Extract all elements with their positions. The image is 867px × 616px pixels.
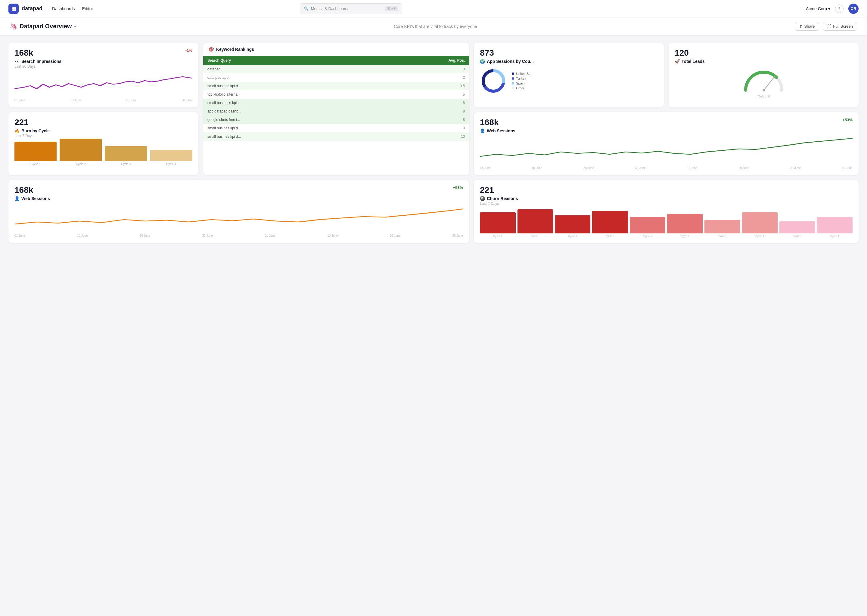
web-sessions-bottom-label: 👤 Web Sessions	[14, 196, 50, 201]
churn-x-label: Cycle 1	[630, 235, 665, 237]
kw-query: app datapad dashb...	[203, 107, 371, 115]
kw-query: top klipfolio alterna...	[203, 90, 371, 99]
search-impressions-label: 👀 Search Impressions	[14, 59, 192, 64]
svg-line-4	[764, 76, 775, 90]
kw-query: small busines kpi d...	[203, 124, 371, 132]
burn-card: 221 🔥 Burn by Cycle Last 7 Days Cycle 1C…	[8, 112, 199, 175]
search-impressions-chart: 01 June 10 June 20 June 30 June	[14, 72, 192, 102]
nav-dashboards[interactable]: Dashboards	[52, 5, 75, 13]
legend-item: United S...	[512, 72, 531, 75]
keyword-header: 🎯 Keyword Rankings	[203, 43, 469, 56]
table-row: small busines kpi d...3.5	[203, 82, 469, 90]
churn-x-label: Cycle 1	[517, 235, 553, 237]
keyword-title: Keyword Rankings	[216, 47, 254, 52]
keyword-rankings-card: 🎯 Keyword Rankings Search Query Avg. Pos…	[203, 43, 469, 175]
burn-bar-chart: Cycle 1Cycle 2Cycle 3Cycle 4	[14, 141, 192, 166]
table-row: small busines kpi d...9	[203, 124, 469, 132]
fullscreen-icon: ⛶	[827, 24, 831, 28]
churn-bar	[630, 217, 665, 233]
bar-group: Cycle 3	[105, 146, 147, 166]
nav-editor[interactable]: Editor	[82, 5, 93, 13]
kw-pos: 8	[371, 115, 469, 124]
bar-label: Cycle 3	[121, 162, 131, 166]
company-selector[interactable]: Acme Corp ▾	[806, 6, 830, 11]
help-button[interactable]: ?	[835, 5, 843, 13]
kw-pos: 5	[371, 90, 469, 99]
churn-bar	[592, 211, 628, 233]
bar-label: Cycle 1	[30, 162, 40, 166]
bar-label: Cycle 2	[76, 162, 86, 166]
web-sessions-bottom-change: +53%	[453, 185, 463, 190]
churn-bar	[817, 217, 853, 233]
search-impressions-card: 168k -1% 👀 Search Impressions Last 30 Da…	[8, 43, 199, 107]
churn-sublabel: Last 7 Days	[480, 201, 853, 206]
churn-x-axis: Cycle 1Cycle 1Cycle 1Cycle 1Cycle 1Cycle…	[480, 235, 853, 237]
churn-x-label: Cycle 1	[742, 235, 777, 237]
svg-point-5	[763, 89, 765, 91]
churn-x-label: Cycle 1	[667, 235, 703, 237]
kw-pos: 8	[371, 99, 469, 107]
table-row: datapad3	[203, 65, 469, 73]
app-sessions-number: 873	[480, 48, 494, 57]
dashboard-title-area: 🦄 Datapad Overview ▾	[9, 23, 76, 30]
legend-label: Other	[516, 86, 525, 90]
logo-text: datapad	[22, 5, 43, 12]
churn-bar	[517, 209, 553, 233]
app-sessions-legend: United S...TurkeySpainOther	[512, 72, 531, 90]
app-sessions-donut: United S...TurkeySpainOther	[480, 68, 658, 94]
web-sessions-bottom-card: 168k 👤 Web Sessions +53% 01 June 10 June…	[8, 180, 469, 243]
kw-pos: 3.5	[371, 82, 469, 90]
legend-dot	[512, 77, 514, 80]
donut-chart	[480, 68, 507, 94]
web-sessions-top-number: 168k	[480, 118, 498, 127]
dashboard-emoji: 🦄	[9, 23, 17, 30]
churn-bar	[480, 212, 515, 233]
burn-number: 221	[14, 118, 28, 127]
fullscreen-button[interactable]: ⛶ Full Screen	[823, 22, 858, 31]
legend-dot	[512, 72, 514, 75]
logo[interactable]: ▦ datapad	[8, 4, 43, 14]
kw-pos: 3	[371, 65, 469, 73]
kw-query: small busines kpi d...	[203, 82, 371, 90]
search-placeholder: Metrics & Dashboards	[311, 6, 383, 11]
bar	[105, 146, 147, 161]
web-sessions-top-line	[480, 137, 853, 164]
avatar[interactable]: CR	[848, 4, 859, 14]
total-leads-label: 🚀 Total Leads	[675, 59, 853, 64]
search-impressions-sublabel: Last 30 Days	[14, 64, 192, 69]
churn-x-label: Cycle 1	[480, 235, 515, 237]
gauge-chart: 75% of 6	[675, 66, 853, 98]
web-sessions-top-chart: 01 June 10 June 20 June 30 June 01 June …	[480, 137, 853, 170]
table-row: data pad app3	[203, 73, 469, 82]
share-button[interactable]: ⬆ Share	[795, 22, 820, 31]
legend-label: Turkey	[516, 77, 526, 80]
bar-group: Cycle 1	[14, 141, 57, 166]
bar	[14, 141, 57, 161]
search-bar[interactable]: 🔍 Metrics & Dashboards ⌘ + K	[300, 3, 402, 14]
dashboard-chevron[interactable]: ▾	[74, 24, 76, 29]
churn-bar	[667, 214, 703, 233]
web-sessions-top-change: +53%	[842, 118, 853, 122]
nav-links: Dashboards Editor	[52, 5, 93, 13]
kw-col2: Avg. Pos.	[371, 56, 469, 65]
gauge-label: 75% of 6	[757, 94, 770, 98]
nav-right: Acme Corp ▾ ? CR	[806, 4, 859, 14]
kw-pos: 9	[371, 124, 469, 132]
legend-dot	[512, 82, 514, 85]
kw-query: data pad app	[203, 73, 371, 82]
churn-x-label: Cycle 1	[779, 235, 815, 237]
legend-item: Spain	[512, 82, 531, 85]
search-impressions-number: 168k	[14, 48, 33, 58]
gauge-svg	[740, 66, 788, 93]
web-sessions-bottom-line	[14, 204, 463, 232]
web-sessions-bottom-x-axis: 01 June 10 June 20 June 30 June 01 June …	[14, 234, 463, 237]
table-row: google shets free t...8	[203, 115, 469, 124]
keyword-table: Search Query Avg. Pos. datapad3data pad …	[203, 56, 469, 141]
search-shortcut: ⌘ + K	[385, 6, 398, 11]
search-impressions-emoji: 👀	[14, 59, 20, 64]
search-impressions-x-axis: 01 June 10 June 20 June 30 June	[14, 99, 192, 102]
table-row: top klipfolio alterna...5	[203, 90, 469, 99]
legend-item: Turkey	[512, 77, 531, 80]
keyword-emoji: 🎯	[209, 47, 214, 52]
table-row: app datapad dashb...8	[203, 107, 469, 115]
